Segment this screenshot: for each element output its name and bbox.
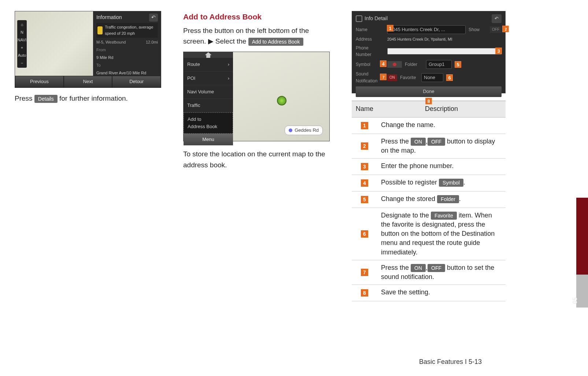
nav-info-screenshot: ⌂ N NAVI + Auto − Information ↶ Traffic … [15, 11, 161, 88]
show-toggle: OFF 2 [490, 26, 502, 33]
from-label: From [96, 47, 158, 53]
row-marker: 5 [352, 191, 377, 208]
symbol-field: 4 [387, 61, 402, 68]
back-icon: ↶ [149, 14, 158, 22]
map-area: Geddes Rd [233, 52, 329, 141]
phone-label: Phone Number [356, 45, 384, 58]
favorite-field: None [421, 73, 443, 82]
address-value: 2045 Hunters Creek Dr, Ypsilanti, MI [387, 36, 452, 42]
menu-button: Menu [184, 134, 233, 145]
row-description: Change the stored Folder. [377, 191, 506, 208]
done-button: Done 8 [356, 86, 502, 97]
map-zoom-controls: ⌂ N NAVI + Auto − [17, 20, 27, 68]
info-detail-title: Info Detail [356, 15, 388, 23]
menu-item-add-address-book: Add to Address Book [184, 112, 233, 134]
favorite-label: Favorite [400, 74, 418, 81]
to-label: To [96, 62, 158, 68]
details-ui-button: Details [34, 95, 58, 103]
row-marker: 3 [352, 159, 377, 175]
col2-p2: To store the location on the current map… [183, 149, 330, 170]
row-description: Change the name. [377, 117, 506, 134]
info-title: Information [96, 14, 122, 22]
to-value: Grand River Ave/10 Mile Rd [96, 70, 158, 76]
phone-field: 3 [387, 48, 502, 55]
sound-toggle: ON 7 [387, 74, 397, 81]
show-label: Show [469, 26, 487, 33]
row-description: Possible to register Symbol. [377, 175, 506, 191]
traffic-alert: Traffic congestion, average speed of 20 … [96, 23, 158, 38]
next-button: Next [64, 76, 112, 88]
menu-item-traffic: Traffic [184, 99, 233, 112]
row-description: Designate to the Favorite item. When the… [377, 208, 506, 260]
home-icon [205, 52, 212, 58]
name-field: 2045 Hunters Creek Dr, ... 1 [387, 25, 466, 34]
row-marker: 4 [352, 175, 377, 191]
distance-text: 12.0mi [146, 39, 158, 45]
direction-text: M-5, Westbound [96, 39, 126, 45]
add-to-address-book-ui-button: Add to Address Book [248, 38, 304, 46]
col1-text: Press Details for further information. [15, 93, 161, 104]
detour-button: Detour [112, 76, 161, 88]
road-label: Geddes Rd [285, 126, 323, 135]
row-description: Save the setting. [377, 285, 506, 301]
address-label: Address [356, 36, 384, 43]
side-menu: Route› POI› Navi Volume Traffic Add to A… [184, 52, 233, 141]
name-label: Name [356, 26, 384, 33]
menu-item-poi: POI› [184, 72, 233, 85]
row-marker: 7 [352, 260, 377, 284]
th-description: Description [377, 101, 506, 118]
location-pin-icon [277, 96, 286, 105]
col2-p1: Press the button on the left bottom of t… [183, 25, 330, 47]
menu-map-screenshot: Route› POI› Navi Volume Traffic Add to A… [183, 52, 330, 141]
folder-field: Group1 [426, 60, 452, 69]
row-marker: 2 [352, 134, 377, 158]
row-description: Enter the phone number. [377, 159, 506, 175]
section-number-tab: 05 [576, 275, 588, 308]
folder-label: Folder [405, 61, 423, 68]
menu-item-navi-volume: Navi Volume [184, 85, 233, 99]
info-detail-screenshot: Info Detail ↶ Name 2045 Hunters Creek Dr… [352, 11, 506, 93]
active-section-tab [576, 198, 588, 275]
row-marker: 1 [352, 117, 377, 134]
row-marker: 6 [352, 208, 377, 260]
row-description: Press the ON,OFF button to display on th… [377, 134, 506, 158]
back-icon: ↶ [492, 14, 502, 23]
section-heading: Add to Address Book [183, 11, 330, 23]
page-footer: Basic Features I 5-13 [419, 358, 482, 366]
row-description: Press the ON,OFF button to set the sound… [377, 260, 506, 284]
previous-button: Previous [15, 76, 64, 88]
row-marker: 8 [352, 285, 377, 301]
side-tabs: 05 [493, 0, 588, 376]
warning-icon [97, 26, 103, 34]
from-value: 9 Mile Rd [96, 55, 158, 61]
home-button [184, 52, 233, 58]
description-table: Name Description 1Change the name.2Press… [352, 101, 506, 301]
menu-item-route: Route› [184, 58, 233, 71]
th-name: Name [352, 101, 377, 118]
